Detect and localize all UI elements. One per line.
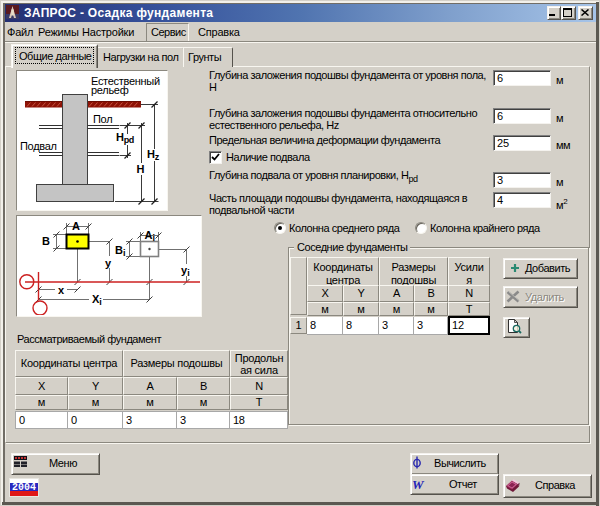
svg-text:Подвал: Подвал xyxy=(20,140,57,152)
svg-text:Xi: Xi xyxy=(92,293,102,307)
svg-text:Hpd: Hpd xyxy=(116,131,134,145)
svg-text:y: y xyxy=(105,257,112,269)
svg-text:Hz: Hz xyxy=(147,148,160,162)
svg-text:B: B xyxy=(42,235,50,247)
svg-text:x: x xyxy=(58,284,65,296)
svg-text:A: A xyxy=(72,220,80,232)
svg-text:Bi: Bi xyxy=(115,244,125,258)
svg-text:Пол: Пол xyxy=(93,113,112,125)
svg-text:рельеф: рельеф xyxy=(91,84,129,96)
svg-text:H: H xyxy=(137,163,145,175)
svg-text:Ai: Ai xyxy=(145,229,155,243)
svg-text:yi: yi xyxy=(181,264,190,278)
